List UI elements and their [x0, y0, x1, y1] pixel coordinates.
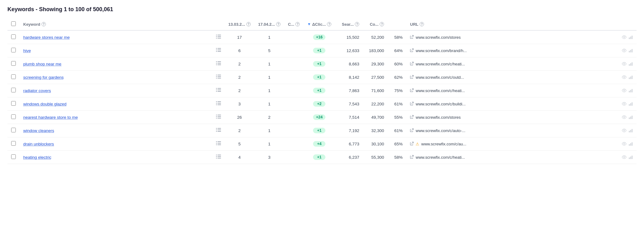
- row-checkbox[interactable]: [11, 74, 16, 79]
- list-icon[interactable]: [216, 48, 221, 53]
- svg-rect-45: [218, 91, 221, 92]
- row-checkbox[interactable]: [11, 128, 16, 132]
- eye-icon[interactable]: [622, 75, 627, 80]
- external-link-icon[interactable]: [410, 88, 414, 93]
- keyword-link[interactable]: hive: [23, 48, 31, 53]
- row-checkbox[interactable]: [11, 61, 16, 66]
- keyword-link[interactable]: windows double glazed: [23, 102, 67, 106]
- co-cell: 29,300: [363, 57, 388, 71]
- external-link-icon[interactable]: [410, 128, 414, 133]
- chart-icon[interactable]: [629, 101, 633, 107]
- svg-rect-58: [630, 103, 631, 106]
- eye-icon[interactable]: [622, 88, 627, 93]
- keyword-link[interactable]: window cleaners: [23, 128, 54, 133]
- chart-icon[interactable]: [629, 61, 633, 67]
- url-text[interactable]: www.screwfix.com/brand/h...: [416, 48, 467, 53]
- list-icon[interactable]: [216, 61, 221, 66]
- external-link-icon[interactable]: [410, 115, 414, 120]
- row-checkbox[interactable]: [11, 48, 16, 52]
- url-text[interactable]: www.screwfix.com/c/buildi...: [416, 102, 465, 106]
- external-link-icon[interactable]: [410, 48, 414, 53]
- list-icon[interactable]: [216, 88, 221, 93]
- external-link-icon[interactable]: [410, 75, 414, 80]
- col-header-date2[interactable]: 17.04.2... ?: [254, 18, 284, 30]
- co-cell: 183,000: [363, 44, 388, 57]
- col-header-date1[interactable]: 13.03.2... ?: [225, 18, 254, 30]
- list-icon[interactable]: [216, 154, 221, 160]
- keyword-link[interactable]: screening for gardens: [23, 75, 64, 80]
- chart-icon[interactable]: [629, 115, 633, 120]
- svg-point-46: [624, 90, 625, 91]
- col-header-keyword[interactable]: Keyword ?: [20, 18, 212, 30]
- list-icon[interactable]: [216, 114, 221, 120]
- keyword-link[interactable]: heating electric: [23, 155, 51, 160]
- col-header-c[interactable]: C... ?: [284, 18, 303, 30]
- eye-icon[interactable]: [622, 61, 627, 67]
- sear-cell: 6,237: [335, 151, 363, 164]
- external-link-icon[interactable]: [410, 35, 414, 40]
- sear-cell: 7,543: [335, 97, 363, 111]
- external-link-icon[interactable]: [410, 155, 414, 160]
- keyword-link[interactable]: hardware stores near me: [23, 35, 70, 40]
- chart-icon[interactable]: [629, 141, 633, 147]
- url-text[interactable]: www.screwfix.com/stores: [416, 115, 461, 120]
- eye-icon[interactable]: [622, 115, 627, 120]
- url-text[interactable]: www.screwfix.com/c/heati...: [416, 155, 465, 160]
- url-text[interactable]: www.screwfix.com/c/heati...: [416, 88, 465, 93]
- eye-icon[interactable]: [622, 48, 627, 53]
- list-icon[interactable]: [216, 101, 221, 106]
- chart-icon[interactable]: [629, 48, 633, 53]
- url-text[interactable]: www.screwfix.com/c/auto-...: [416, 128, 465, 133]
- svg-point-16: [624, 50, 625, 51]
- external-link-icon[interactable]: [410, 62, 414, 66]
- row-checkbox[interactable]: [11, 154, 16, 159]
- eye-icon[interactable]: [622, 35, 627, 40]
- row-checkbox[interactable]: [11, 101, 16, 106]
- list-icon[interactable]: [216, 34, 221, 40]
- keyword-link[interactable]: plumb shop near me: [23, 62, 61, 66]
- chart-icon[interactable]: [629, 88, 633, 93]
- svg-rect-81: [218, 141, 221, 142]
- col-header-sear[interactable]: Sear... ?: [335, 18, 363, 30]
- svg-rect-60: [216, 115, 217, 115]
- eye-icon[interactable]: [622, 128, 627, 133]
- date2-cell: 1: [254, 137, 284, 151]
- svg-rect-87: [629, 144, 630, 146]
- col-header-check[interactable]: [7, 18, 20, 30]
- chart-icon[interactable]: [629, 35, 633, 40]
- url-text[interactable]: www.screwfix.com/stores: [416, 35, 461, 40]
- co-cell: 27,500: [363, 71, 388, 84]
- list-icon[interactable]: [216, 141, 221, 146]
- list-icon[interactable]: [216, 74, 221, 80]
- svg-rect-54: [216, 104, 217, 105]
- chart-icon[interactable]: [629, 128, 633, 133]
- row-checkbox[interactable]: [11, 114, 16, 119]
- col-header-co[interactable]: Co... ?: [363, 18, 388, 30]
- list-icon[interactable]: [216, 128, 221, 133]
- delta-cell: +24: [303, 111, 335, 124]
- keyword-link[interactable]: nearest hardware store to me: [23, 115, 78, 120]
- chart-icon[interactable]: [629, 75, 633, 80]
- chart-icon[interactable]: [629, 155, 633, 160]
- svg-rect-41: [218, 88, 221, 89]
- url-text[interactable]: www.screwfix.com/c/heati...: [416, 62, 465, 66]
- col-header-url[interactable]: URL ?: [406, 18, 618, 30]
- eye-icon[interactable]: [622, 141, 627, 147]
- table-header-row: Keyword ? 13.03.2... ? 17.04.2...: [7, 18, 637, 30]
- url-text[interactable]: www.screwfix.com/c/au...: [421, 142, 466, 146]
- eye-icon[interactable]: [622, 155, 627, 160]
- keyword-link[interactable]: drain unblockers: [23, 142, 54, 146]
- col-header-delta[interactable]: ▼ ΔClic... ?: [303, 18, 335, 30]
- url-text[interactable]: www.screwfix.com/c/outd...: [416, 75, 464, 80]
- external-link-icon[interactable]: [410, 142, 414, 146]
- keyword-link[interactable]: radiator covers: [23, 88, 51, 93]
- row-checkbox[interactable]: [11, 141, 16, 146]
- svg-rect-64: [216, 118, 217, 118]
- col-header-conv[interactable]: [388, 18, 406, 30]
- row-checkbox[interactable]: [11, 88, 16, 92]
- svg-rect-35: [218, 78, 221, 78]
- select-all-checkbox[interactable]: [11, 21, 16, 26]
- row-checkbox[interactable]: [11, 34, 16, 39]
- external-link-icon[interactable]: [410, 102, 414, 106]
- eye-icon[interactable]: [622, 101, 627, 107]
